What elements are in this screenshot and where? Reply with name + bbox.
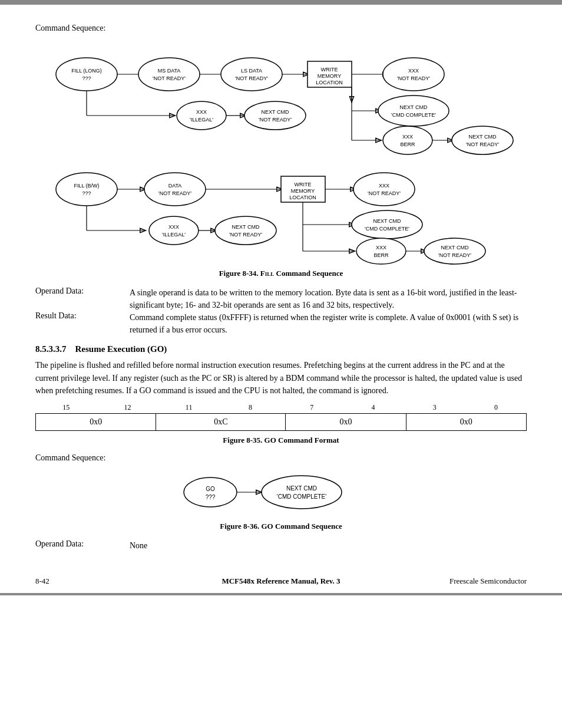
header-0: 0: [465, 403, 527, 412]
format-table-wrap: 15 12 11 8 7 4 3 0 0x0 0xC 0x0 0x0: [35, 403, 527, 431]
section-number: 8.5.3.3.7: [35, 344, 67, 354]
svg-text:'CMD COMPLETE': 'CMD COMPLETE': [277, 493, 326, 500]
svg-text:'NOT READY': 'NOT READY': [229, 232, 262, 238]
header-3: 3: [404, 403, 465, 412]
svg-text:GO: GO: [206, 486, 215, 492]
svg-text:NEXT CMD: NEXT CMD: [373, 218, 401, 224]
svg-text:'NOT READY': 'NOT READY': [368, 190, 401, 196]
format-header-row: 15 12 11 8 7 4 3 0: [35, 403, 527, 412]
svg-point-71: [424, 238, 485, 264]
section-title: Resume Execution (GO): [75, 344, 167, 354]
svg-point-80: [215, 216, 276, 245]
svg-point-32: [452, 126, 513, 154]
svg-text:NEXT CMD: NEXT CMD: [469, 134, 497, 140]
svg-text:NEXT CMD: NEXT CMD: [400, 104, 428, 110]
footer-center: MCF548x Reference Manual, Rev. 3: [35, 577, 527, 586]
svg-point-57: [353, 173, 415, 206]
svg-point-76: [149, 216, 199, 245]
svg-point-8: [221, 58, 282, 91]
svg-text:'NOT READY': 'NOT READY': [466, 141, 499, 147]
svg-text:'NOT READY': 'NOT READY': [397, 75, 430, 81]
result-data-row: Result Data: Command complete status (0x…: [35, 311, 527, 336]
svg-text:FILL (LONG): FILL (LONG): [71, 68, 102, 74]
footer: 8-42 MCF548x Reference Manual, Rev. 3 Fr…: [35, 577, 527, 586]
format-cell-0x0-2: 0x0: [286, 414, 406, 431]
svg-text:'NOT READY': 'NOT READY': [438, 252, 471, 258]
svg-point-4: [138, 58, 200, 91]
operand-data-row: Operand Data: A single operand is data t…: [35, 286, 527, 311]
svg-text:MEMORY: MEMORY: [318, 73, 341, 79]
command-sequence-label-go: Command Sequence:: [35, 453, 527, 463]
svg-text:XXX: XXX: [402, 134, 413, 140]
svg-point-37: [177, 101, 226, 130]
figure-36-caption: Figure 8-36. GO Command Sequence: [35, 522, 527, 531]
svg-point-28: [383, 126, 432, 154]
svg-text:BERR: BERR: [400, 141, 415, 147]
format-table: 0x0 0xC 0x0 0x0: [35, 413, 527, 431]
svg-text:NEXT CMD: NEXT CMD: [232, 224, 260, 230]
svg-text:WRITE: WRITE: [321, 67, 338, 73]
header-4: 4: [342, 403, 404, 412]
svg-point-44: [56, 173, 117, 206]
operand-data-label: Operand Data:: [35, 286, 130, 311]
svg-text:XXX: XXX: [408, 68, 419, 74]
svg-text:BERR: BERR: [373, 252, 389, 258]
svg-text:XXX: XXX: [376, 245, 386, 251]
svg-point-87: [262, 476, 342, 509]
svg-point-0: [56, 58, 117, 91]
svg-point-18: [383, 58, 444, 91]
svg-text:'ILLEGAL': 'ILLEGAL': [162, 232, 186, 238]
svg-text:NEXT CMD: NEXT CMD: [441, 245, 469, 251]
svg-text:'NOT READY': 'NOT READY': [153, 75, 186, 81]
svg-text:WRITE: WRITE: [295, 182, 312, 187]
result-data-label: Result Data:: [35, 311, 130, 336]
figure-35-caption: Figure 8-35. GO Command Format: [35, 436, 527, 445]
result-data-value: Command complete status (0xFFFF) is retu…: [130, 311, 527, 336]
svg-text:'NOT READY': 'NOT READY': [235, 75, 268, 81]
header-12: 12: [97, 403, 158, 412]
svg-text:???: ???: [82, 75, 91, 81]
section-heading: 8.5.3.3.7 Resume Execution (GO): [35, 344, 527, 354]
operand-data2-value: None: [130, 539, 527, 552]
body-text: The pipeline is flushed and refilled bef…: [35, 359, 527, 397]
svg-text:'ILLEGAL': 'ILLEGAL': [190, 117, 213, 123]
svg-text:'NOT READY': 'NOT READY': [158, 190, 191, 196]
svg-text:???: ???: [206, 494, 216, 500]
svg-text:'CMD COMPLETE': 'CMD COMPLETE': [391, 112, 436, 118]
svg-text:LOCATION: LOCATION: [289, 195, 316, 200]
svg-text:???: ???: [82, 190, 91, 196]
format-cell-0xC: 0xC: [156, 414, 286, 431]
svg-text:FILL (B/W): FILL (B/W): [74, 183, 99, 189]
operand-data2-label: Operand Data:: [35, 539, 130, 552]
svg-text:'NOT READY': 'NOT READY': [259, 117, 292, 123]
svg-point-67: [356, 238, 406, 264]
format-cell-0x0-3: 0x0: [406, 414, 526, 431]
svg-text:MS DATA: MS DATA: [158, 68, 181, 74]
svg-point-23: [378, 95, 449, 126]
figure-34-diagram: FILL (LONG) ??? MS DATA 'NOT READY' LS D…: [35, 39, 527, 263]
header-11: 11: [158, 403, 220, 412]
svg-text:XXX: XXX: [196, 109, 207, 115]
definition-table: Operand Data: A single operand is data t…: [35, 286, 527, 336]
format-cell-0x0-1: 0x0: [36, 414, 156, 431]
svg-text:NEXT CMD: NEXT CMD: [286, 485, 317, 492]
figure-34-caption: Figure 8-34. Fill Command Sequence: [35, 269, 527, 278]
header-15: 15: [35, 403, 97, 412]
svg-text:MEMORY: MEMORY: [291, 188, 315, 194]
svg-text:NEXT CMD: NEXT CMD: [262, 109, 289, 115]
svg-point-41: [244, 101, 306, 130]
svg-text:LS DATA: LS DATA: [241, 68, 262, 74]
header-8: 8: [220, 403, 281, 412]
operand-data2-table: Operand Data: None: [35, 539, 527, 552]
svg-point-48: [144, 173, 206, 206]
operand-data-value: A single operand is data to be written t…: [130, 286, 527, 311]
command-sequence-label: Command Sequence:: [35, 24, 527, 33]
figure-36-diagram: GO ??? NEXT CMD 'CMD COMPLETE': [35, 469, 527, 516]
svg-text:XXX: XXX: [168, 224, 179, 230]
svg-text:LOCATION: LOCATION: [316, 80, 342, 85]
svg-text:XXX: XXX: [379, 183, 389, 189]
svg-text:DATA: DATA: [168, 183, 182, 189]
svg-text:'CMD COMPLETE': 'CMD COMPLETE': [365, 226, 409, 232]
header-7: 7: [281, 403, 342, 412]
svg-point-62: [352, 210, 422, 239]
